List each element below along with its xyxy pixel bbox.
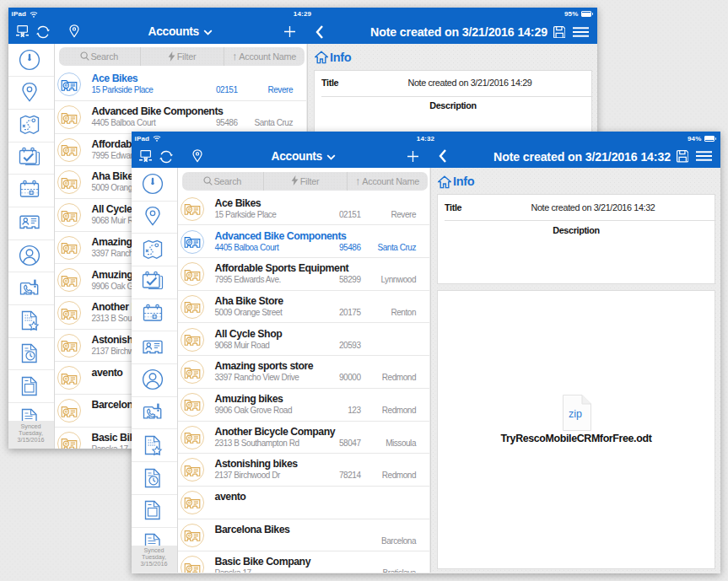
svg-text:zip: zip — [569, 408, 582, 420]
